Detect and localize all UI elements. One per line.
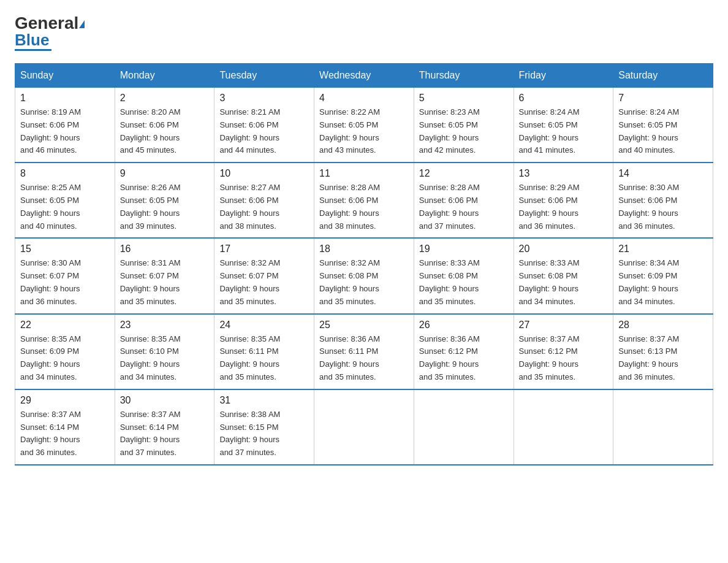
day-info: Sunrise: 8:31 AMSunset: 6:07 PMDaylight:…	[120, 257, 210, 308]
calendar-cell: 15 Sunrise: 8:30 AMSunset: 6:07 PMDaylig…	[15, 238, 115, 313]
day-info: Sunrise: 8:28 AMSunset: 6:06 PMDaylight:…	[419, 182, 509, 232]
day-number: 11	[319, 168, 409, 179]
day-info: Sunrise: 8:37 AMSunset: 6:14 PMDaylight:…	[20, 408, 110, 459]
calendar-cell: 4 Sunrise: 8:22 AMSunset: 6:05 PMDayligh…	[314, 88, 414, 163]
calendar-cell: 17 Sunrise: 8:32 AMSunset: 6:07 PMDaylig…	[214, 238, 314, 313]
day-info: Sunrise: 8:27 AMSunset: 6:06 PMDaylight:…	[219, 182, 309, 232]
calendar-week-row: 8 Sunrise: 8:25 AMSunset: 6:05 PMDayligh…	[15, 163, 713, 238]
calendar-cell: 3 Sunrise: 8:21 AMSunset: 6:06 PMDayligh…	[214, 88, 314, 163]
calendar-cell: 8 Sunrise: 8:25 AMSunset: 6:05 PMDayligh…	[15, 163, 115, 238]
calendar-cell: 23 Sunrise: 8:35 AMSunset: 6:10 PMDaylig…	[115, 314, 214, 389]
calendar-cell: 26 Sunrise: 8:36 AMSunset: 6:12 PMDaylig…	[414, 314, 514, 389]
day-number: 18	[319, 243, 409, 255]
day-number: 1	[20, 93, 110, 104]
header-sunday: Sunday	[15, 64, 115, 88]
day-info: Sunrise: 8:25 AMSunset: 6:05 PMDaylight:…	[20, 182, 110, 232]
logo-blue-text: Blue	[15, 32, 49, 48]
calendar-cell: 29 Sunrise: 8:37 AMSunset: 6:14 PMDaylig…	[15, 389, 115, 465]
day-info: Sunrise: 8:24 AMSunset: 6:05 PMDaylight:…	[519, 106, 609, 157]
day-info: Sunrise: 8:33 AMSunset: 6:08 PMDaylight:…	[419, 257, 509, 308]
day-number: 29	[20, 395, 110, 406]
logo-text: General	[15, 15, 86, 32]
day-number: 24	[219, 320, 309, 331]
day-number: 6	[519, 93, 609, 104]
logo: General Blue	[15, 15, 86, 51]
day-info: Sunrise: 8:35 AMSunset: 6:11 PMDaylight:…	[219, 333, 309, 384]
day-info: Sunrise: 8:32 AMSunset: 6:08 PMDaylight:…	[319, 257, 409, 308]
calendar-week-row: 15 Sunrise: 8:30 AMSunset: 6:07 PMDaylig…	[15, 238, 713, 313]
calendar-table: SundayMondayTuesdayWednesdayThursdayFrid…	[15, 63, 713, 465]
day-number: 7	[618, 93, 708, 104]
day-info: Sunrise: 8:34 AMSunset: 6:09 PMDaylight:…	[618, 257, 708, 308]
day-info: Sunrise: 8:19 AMSunset: 6:06 PMDaylight:…	[20, 106, 110, 157]
day-number: 25	[319, 320, 409, 331]
header-wednesday: Wednesday	[314, 64, 414, 88]
day-number: 8	[20, 168, 110, 179]
day-number: 31	[219, 395, 309, 406]
calendar-cell: 14 Sunrise: 8:30 AMSunset: 6:06 PMDaylig…	[613, 163, 713, 238]
calendar-week-row: 1 Sunrise: 8:19 AMSunset: 6:06 PMDayligh…	[15, 88, 713, 163]
day-info: Sunrise: 8:29 AMSunset: 6:06 PMDaylight:…	[519, 182, 609, 232]
calendar-week-row: 22 Sunrise: 8:35 AMSunset: 6:09 PMDaylig…	[15, 314, 713, 389]
calendar-cell	[414, 389, 514, 465]
header-tuesday: Tuesday	[214, 64, 314, 88]
calendar-cell	[613, 389, 713, 465]
day-info: Sunrise: 8:33 AMSunset: 6:08 PMDaylight:…	[519, 257, 609, 308]
day-number: 13	[519, 168, 609, 179]
calendar-cell: 28 Sunrise: 8:37 AMSunset: 6:13 PMDaylig…	[613, 314, 713, 389]
calendar-week-row: 29 Sunrise: 8:37 AMSunset: 6:14 PMDaylig…	[15, 389, 713, 465]
day-number: 21	[618, 243, 708, 255]
header-saturday: Saturday	[613, 64, 713, 88]
day-number: 16	[120, 243, 210, 255]
calendar-header-row: SundayMondayTuesdayWednesdayThursdayFrid…	[15, 64, 713, 88]
day-info: Sunrise: 8:26 AMSunset: 6:05 PMDaylight:…	[120, 182, 210, 232]
day-info: Sunrise: 8:36 AMSunset: 6:11 PMDaylight:…	[319, 333, 409, 384]
calendar-cell: 18 Sunrise: 8:32 AMSunset: 6:08 PMDaylig…	[314, 238, 414, 313]
calendar-cell: 10 Sunrise: 8:27 AMSunset: 6:06 PMDaylig…	[214, 163, 314, 238]
calendar-cell: 6 Sunrise: 8:24 AMSunset: 6:05 PMDayligh…	[514, 88, 613, 163]
day-number: 10	[219, 168, 309, 179]
day-info: Sunrise: 8:35 AMSunset: 6:10 PMDaylight:…	[120, 333, 210, 384]
calendar-cell: 22 Sunrise: 8:35 AMSunset: 6:09 PMDaylig…	[15, 314, 115, 389]
day-info: Sunrise: 8:21 AMSunset: 6:06 PMDaylight:…	[219, 106, 309, 157]
day-info: Sunrise: 8:23 AMSunset: 6:05 PMDaylight:…	[419, 106, 509, 157]
day-number: 30	[120, 395, 210, 406]
day-info: Sunrise: 8:32 AMSunset: 6:07 PMDaylight:…	[219, 257, 309, 308]
calendar-cell: 13 Sunrise: 8:29 AMSunset: 6:06 PMDaylig…	[514, 163, 613, 238]
day-number: 17	[219, 243, 309, 255]
day-info: Sunrise: 8:20 AMSunset: 6:06 PMDaylight:…	[120, 106, 210, 157]
calendar-cell: 9 Sunrise: 8:26 AMSunset: 6:05 PMDayligh…	[115, 163, 214, 238]
calendar-cell: 25 Sunrise: 8:36 AMSunset: 6:11 PMDaylig…	[314, 314, 414, 389]
page-header: General Blue	[15, 15, 713, 51]
day-number: 28	[618, 320, 708, 331]
header-monday: Monday	[115, 64, 214, 88]
day-number: 12	[419, 168, 509, 179]
day-number: 15	[20, 243, 110, 255]
calendar-cell: 30 Sunrise: 8:37 AMSunset: 6:14 PMDaylig…	[115, 389, 214, 465]
day-number: 23	[120, 320, 210, 331]
calendar-cell: 11 Sunrise: 8:28 AMSunset: 6:06 PMDaylig…	[314, 163, 414, 238]
day-info: Sunrise: 8:38 AMSunset: 6:15 PMDaylight:…	[219, 408, 309, 459]
calendar-cell: 2 Sunrise: 8:20 AMSunset: 6:06 PMDayligh…	[115, 88, 214, 163]
day-number: 19	[419, 243, 509, 255]
calendar-cell: 12 Sunrise: 8:28 AMSunset: 6:06 PMDaylig…	[414, 163, 514, 238]
calendar-cell: 5 Sunrise: 8:23 AMSunset: 6:05 PMDayligh…	[414, 88, 514, 163]
calendar-cell: 20 Sunrise: 8:33 AMSunset: 6:08 PMDaylig…	[514, 238, 613, 313]
day-number: 9	[120, 168, 210, 179]
logo-underline	[15, 49, 51, 51]
day-info: Sunrise: 8:28 AMSunset: 6:06 PMDaylight:…	[319, 182, 409, 232]
day-number: 3	[219, 93, 309, 104]
calendar-cell: 31 Sunrise: 8:38 AMSunset: 6:15 PMDaylig…	[214, 389, 314, 465]
calendar-cell: 1 Sunrise: 8:19 AMSunset: 6:06 PMDayligh…	[15, 88, 115, 163]
day-info: Sunrise: 8:36 AMSunset: 6:12 PMDaylight:…	[419, 333, 509, 384]
day-info: Sunrise: 8:24 AMSunset: 6:05 PMDaylight:…	[618, 106, 708, 157]
day-number: 22	[20, 320, 110, 331]
day-number: 5	[419, 93, 509, 104]
day-info: Sunrise: 8:37 AMSunset: 6:12 PMDaylight:…	[519, 333, 609, 384]
header-friday: Friday	[514, 64, 613, 88]
calendar-cell: 24 Sunrise: 8:35 AMSunset: 6:11 PMDaylig…	[214, 314, 314, 389]
day-number: 27	[519, 320, 609, 331]
calendar-cell	[314, 389, 414, 465]
day-number: 14	[618, 168, 708, 179]
calendar-cell: 27 Sunrise: 8:37 AMSunset: 6:12 PMDaylig…	[514, 314, 613, 389]
